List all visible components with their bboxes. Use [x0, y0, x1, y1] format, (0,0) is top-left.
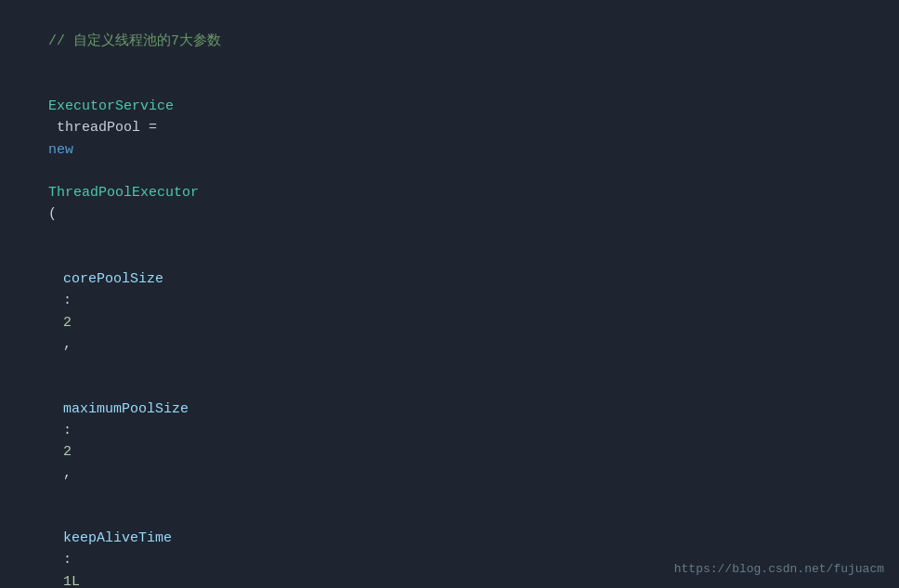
comment-1: // 自定义线程池的7大参数: [48, 33, 221, 49]
new-keyword: new: [48, 142, 73, 158]
code-block: // 自定义线程池的7大参数 ExecutorService threadPoo…: [0, 0, 899, 588]
line-3: corePoolSize : 2 ,: [0, 247, 899, 377]
threadpoolexecutor-class: ThreadPoolExecutor: [48, 185, 199, 201]
footer-url: https://blog.csdn.net/fujuacm: [674, 560, 884, 579]
line-1: // 自定义线程池的7大参数: [0, 9, 899, 74]
executor-service-type: ExecutorService: [48, 98, 174, 114]
line-4: maximumPoolSize : 2 ,: [0, 376, 899, 506]
line-2: ExecutorService threadPool = new ThreadP…: [0, 74, 899, 247]
